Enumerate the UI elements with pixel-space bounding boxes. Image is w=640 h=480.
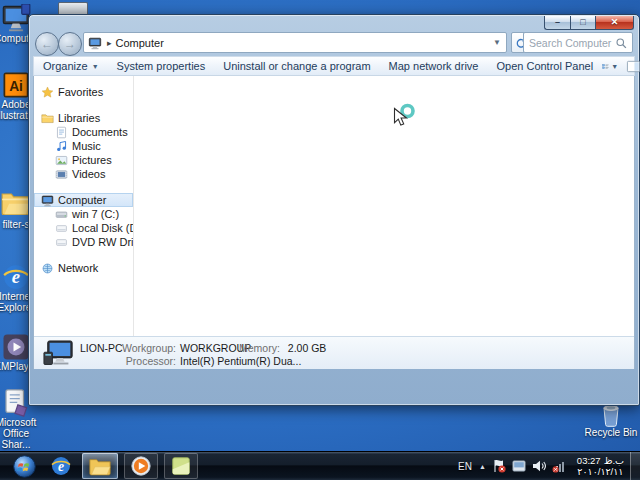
video-icon [55, 168, 68, 181]
sidebar-item-music[interactable]: Music [34, 139, 133, 153]
toolbar-item-label: Organize [43, 60, 88, 72]
sidebar-item-computer[interactable]: Computer [34, 193, 133, 207]
start-icon [12, 454, 37, 479]
sidebar-item-network[interactable]: Network [34, 261, 133, 275]
memory-label: Memory: [239, 342, 280, 354]
network-icon [41, 262, 54, 275]
internet-explorer-icon: e [1, 262, 31, 290]
search-icon [615, 36, 628, 49]
disk-icon [55, 222, 68, 235]
toolbar-item-label: Open Control Panel [496, 60, 593, 72]
command-toolbar: Organize▼System propertiesUninstall or c… [33, 56, 635, 76]
recycle-bin-label: Recycle Bin [582, 427, 640, 438]
sidebar-item-label: Videos [72, 168, 105, 180]
window-body: FavoritesLibrariesDocumentsMusicPictures… [33, 76, 635, 369]
caption-buttons: – □ ✕ [544, 16, 634, 30]
show-desktop-button[interactable] [630, 452, 640, 480]
preview-pane-button[interactable] [626, 59, 640, 74]
sidebar-item-favorites[interactable]: Favorites [34, 85, 133, 99]
clock-date: ٢٠١٠/١٢/١١ [577, 466, 624, 477]
sidebar-item-win-7-c[interactable]: win 7 (C:) [34, 207, 133, 221]
doc-icon [55, 126, 68, 139]
computer-icon [41, 194, 54, 207]
address-dropdown-icon[interactable]: ▼ [493, 38, 501, 47]
filter-s-folder-icon [1, 190, 31, 218]
notes-app-icon [170, 455, 192, 477]
forward-button[interactable]: → [58, 32, 82, 56]
taskbar-start-button[interactable] [8, 453, 40, 479]
volume-icon[interactable] [531, 458, 547, 474]
toolbar-open-control-panel-button[interactable]: Open Control Panel [487, 57, 602, 75]
taskbar-notes-app-button[interactable] [164, 453, 198, 479]
show-hidden-icons-button[interactable]: ▲ [476, 463, 489, 470]
toolbar-uninstall-or-change-a-program-button[interactable]: Uninstall or change a program [214, 57, 379, 75]
clock-time: 03:27 [577, 455, 601, 466]
toolbar-organize-button[interactable]: Organize▼ [34, 57, 108, 75]
system-tray: EN ▲ 03:27 ب.ظ ٢٠١٠/١٢/١١ [454, 452, 640, 480]
maximize-button[interactable]: □ [570, 16, 596, 30]
taskbar-media-player-button[interactable] [124, 453, 158, 479]
toolbar-map-network-drive-button[interactable]: Map network drive [380, 57, 488, 75]
sidebar-item-documents[interactable]: Documents [34, 125, 133, 139]
sidebar-item-label: Pictures [72, 154, 112, 166]
toolbar-item-label: Map network drive [389, 60, 479, 72]
hdd-icon [55, 208, 68, 221]
taskbar-internet-explorer-button[interactable]: e [46, 453, 76, 479]
internet-explorer-icon: e [50, 455, 72, 477]
toolbar-item-label: Uninstall or change a program [223, 60, 370, 72]
breadcrumb[interactable]: Computer [116, 37, 164, 49]
sidebar-item-label: Network [58, 262, 98, 274]
sidebar-item-videos[interactable]: Videos [34, 167, 133, 181]
minimize-button[interactable]: – [544, 16, 570, 30]
close-button[interactable]: ✕ [596, 16, 634, 30]
clock[interactable]: 03:27 ب.ظ ٢٠١٠/١٢/١١ [569, 455, 630, 477]
microsoft-office-icon [1, 388, 31, 416]
computer-details-icon [43, 340, 75, 366]
search-input[interactable] [524, 37, 615, 49]
explorer-window: – □ ✕ ← → ▸ Computer ▼ Organize▼System p… [28, 14, 640, 406]
search-box [523, 32, 633, 53]
sidebar-item-label: Documents [72, 126, 128, 138]
processor-value: Intel(R) Pentium(R) Dua... [180, 355, 301, 368]
computer-icon [1, 4, 31, 32]
details-pane: LION-PC Workgroup: WORKGROUP Processor: … [34, 336, 634, 369]
action-center-icon[interactable] [491, 458, 507, 474]
sidebar-item-local-disk-d[interactable]: Local Disk (D:) [34, 221, 133, 235]
windows-explorer-icon [89, 455, 111, 477]
star-icon [41, 86, 54, 99]
sidebar-item-label: win 7 (C:) [72, 208, 119, 220]
breadcrumb-arrow: ▸ [107, 38, 112, 48]
taskbar-windows-explorer-button[interactable] [82, 453, 118, 479]
dropdown-arrow-icon: ▼ [92, 63, 99, 70]
network-icon[interactable] [551, 458, 567, 474]
adobe-illustrator-icon: Ai [1, 70, 31, 98]
sidebar-item-label: Libraries [58, 112, 100, 124]
taskbar: e EN ▲ 03:27 ب.ظ ٢٠١٠/١٢/١١ [0, 451, 640, 480]
toolbar-system-properties-button[interactable]: System properties [108, 57, 215, 75]
workgroup-label: Workgroup: [118, 342, 176, 355]
sidebar-item-label: DVD RW Drive (E:) Ad [72, 236, 134, 248]
svg-text:Ai: Ai [9, 79, 23, 94]
kmplayer-icon [1, 332, 31, 360]
content-area[interactable] [135, 76, 634, 337]
sidebar-item-label: Favorites [58, 86, 103, 98]
windows-update-icon[interactable] [511, 458, 527, 474]
back-button[interactable]: ← [35, 32, 59, 56]
sidebar-item-libraries[interactable]: Libraries [34, 111, 133, 125]
busy-cursor [390, 103, 416, 131]
sidebar-item-pictures[interactable]: Pictures [34, 153, 133, 167]
processor-label: Processor: [118, 355, 176, 368]
change-view-button[interactable]: ▼ [602, 59, 618, 74]
navigation-pane: FavoritesLibrariesDocumentsMusicPictures… [34, 76, 134, 369]
navigation-bar: ← → ▸ Computer ▼ [33, 30, 635, 56]
memory-row: Memory: 2.00 GB [239, 342, 326, 354]
svg-text:e: e [12, 266, 20, 287]
picture-icon [55, 154, 68, 167]
address-bar[interactable]: ▸ Computer ▼ [83, 32, 507, 53]
sidebar-item-label: Computer [58, 194, 106, 206]
library-icon [41, 112, 54, 125]
language-indicator[interactable]: EN [454, 461, 476, 472]
disk-icon [55, 236, 68, 249]
sidebar-item-dvd-rw-drive-e-ad[interactable]: DVD RW Drive (E:) Ad [34, 235, 133, 249]
computer-name: LION-PC [80, 342, 123, 354]
